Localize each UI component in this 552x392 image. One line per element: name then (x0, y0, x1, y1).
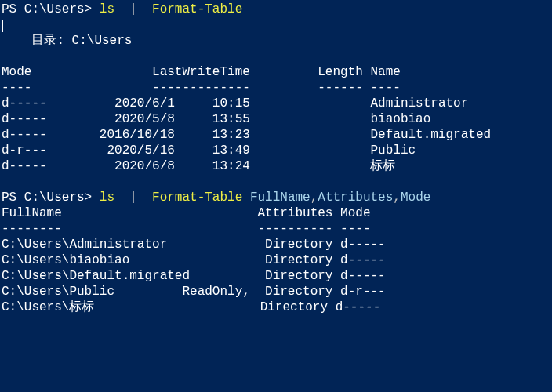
table-row: C:\Users\Administrator Directory d----- (2, 237, 550, 252)
pipe-operator: | (129, 2, 137, 16)
cmd-ls: ls (100, 2, 114, 16)
blank-line (2, 49, 550, 64)
table-row: d----- 2016/10/18 13:23 Default.migrated (2, 127, 550, 143)
table-divider: -------- ---------- ---- (2, 221, 550, 237)
cmd-format-table: Format-Table (152, 191, 242, 205)
table-row: d----- 2020/5/8 13:55 biaobiao (2, 111, 550, 127)
table-row: d----- 2020/6/1 10:15 Administrator (2, 96, 550, 111)
comma: , (393, 191, 401, 205)
comma: , (310, 191, 318, 205)
table-header: FullName Attributes Mode (2, 205, 550, 221)
table-header: Mode LastWriteTime Length Name (2, 64, 550, 80)
cursor-indicator (2, 20, 3, 32)
cmd-ls: ls (100, 191, 114, 205)
cursor-line (2, 17, 550, 33)
arg-fullname: FullName (250, 191, 310, 205)
command-line-1: PS C:\Users> ls | Format-Table (2, 2, 550, 17)
table-row: C:\Users\biaobiao Directory d----- (2, 252, 550, 268)
table-row: C:\Users\Default.migrated Directory d---… (2, 268, 550, 284)
table-row: C:\Users\标标 Directory d----- (2, 299, 550, 315)
table-row: C:\Users\Public ReadOnly, Directory d-r-… (2, 284, 550, 299)
blank-line (2, 174, 550, 190)
table-divider: ---- ------------- ------ ---- (2, 80, 550, 96)
pipe-operator: | (129, 191, 137, 205)
prompt-path: PS C:\Users> (2, 191, 92, 205)
prompt-path: PS C:\Users> (2, 2, 92, 16)
directory-header: 目录: C:\Users (2, 33, 550, 49)
arg-attributes: Attributes (318, 191, 393, 205)
arg-mode: Mode (401, 191, 430, 205)
command-line-2: PS C:\Users> ls | Format-Table FullName,… (2, 190, 550, 205)
cmd-format-table: Format-Table (152, 2, 242, 16)
table-row: d-r--- 2020/5/16 13:49 Public (2, 143, 550, 158)
table-row: d----- 2020/6/8 13:24 标标 (2, 158, 550, 174)
